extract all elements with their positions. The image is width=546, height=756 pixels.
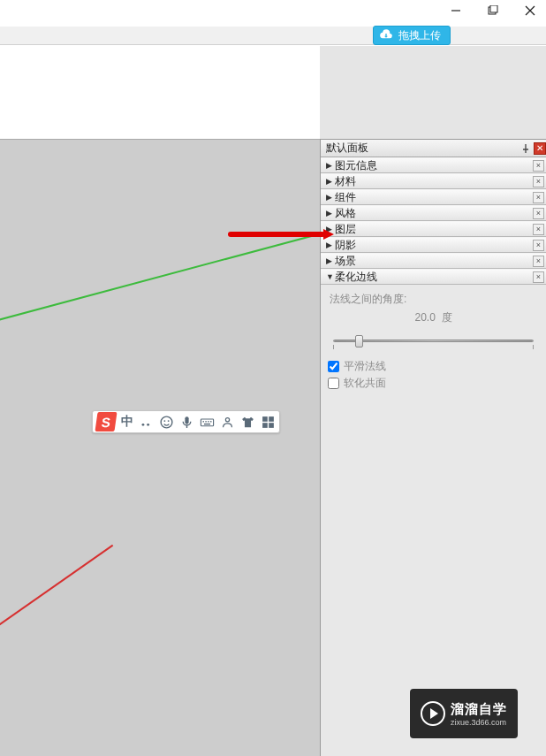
- angle-slider[interactable]: [333, 332, 534, 350]
- ime-voice-icon[interactable]: [179, 415, 194, 430]
- section-close-button[interactable]: ×: [533, 271, 544, 283]
- svg-rect-19: [262, 423, 268, 428]
- svg-point-16: [225, 417, 229, 421]
- expand-triangle-icon: ▶: [326, 193, 335, 202]
- svg-rect-20: [269, 423, 274, 428]
- expand-triangle-icon: ▶: [326, 256, 335, 265]
- svg-rect-13: [208, 421, 209, 422]
- section-label: 场景: [335, 254, 356, 269]
- viewport-blank: [0, 46, 320, 139]
- content-area: S 中 默认面板 ✕ ▶图元信息×▶材料×▶组件×▶风格×▶图层×▶阴影×▶场景…: [0, 46, 546, 756]
- section-label: 阴影: [335, 238, 356, 253]
- ime-skin-icon[interactable]: [240, 415, 255, 430]
- section-head-7[interactable]: ▼柔化边线×: [321, 269, 546, 285]
- svg-rect-14: [210, 421, 211, 422]
- axis-red-line: [0, 545, 113, 749]
- svg-rect-18: [269, 416, 274, 422]
- panel-title[interactable]: 默认面板 ✕: [321, 140, 546, 157]
- section-head-3[interactable]: ▶风格×: [321, 205, 546, 221]
- watermark-url: zixue.3d66.com: [451, 718, 506, 727]
- cloud-upload-icon: [379, 28, 393, 42]
- annotation-arrow: [228, 229, 332, 240]
- ime-keyboard-icon[interactable]: [200, 415, 215, 430]
- play-icon: [421, 701, 445, 726]
- section-close-button[interactable]: ×: [533, 160, 544, 172]
- expand-triangle-icon: ▶: [326, 161, 335, 170]
- svg-point-5: [142, 423, 145, 425]
- upload-label: 拖拽上传: [398, 28, 441, 43]
- ime-toolbar[interactable]: S 中: [92, 410, 280, 433]
- expand-triangle-icon: ▶: [326, 241, 335, 249]
- section-head-2[interactable]: ▶组件×: [321, 189, 546, 205]
- panel-title-text: 默认面板: [326, 141, 368, 156]
- maximize-button[interactable]: [482, 2, 504, 19]
- smooth-normals-checkbox[interactable]: 平滑法线: [328, 359, 537, 374]
- ime-punct-icon[interactable]: [139, 415, 154, 430]
- section-close-button[interactable]: ×: [533, 208, 544, 219]
- close-button[interactable]: [519, 2, 541, 19]
- drag-upload-button[interactable]: 拖拽上传: [373, 26, 451, 45]
- watermark-brand: 溜溜自学: [451, 701, 507, 718]
- panel-close-button[interactable]: ✕: [534, 142, 546, 155]
- svg-point-8: [168, 420, 170, 422]
- watermark-badge: 溜溜自学 zixue.3d66.com: [410, 689, 518, 738]
- svg-point-6: [161, 416, 172, 428]
- expand-triangle-icon: ▶: [326, 209, 335, 218]
- section-label: 材料: [335, 174, 356, 189]
- soften-edges-body: 法线之间的角度: 20.0 度 平滑法线 软化共面: [321, 285, 546, 403]
- svg-rect-12: [205, 421, 206, 422]
- soften-coplanar-checkbox[interactable]: 软化共面: [328, 376, 537, 391]
- svg-rect-15: [204, 423, 210, 424]
- toolbar-row: 拖拽上传: [0, 27, 546, 45]
- pin-icon[interactable]: [519, 142, 532, 155]
- svg-rect-9: [185, 416, 188, 424]
- svg-rect-10: [201, 418, 213, 425]
- section-close-button[interactable]: ×: [533, 224, 544, 235]
- axis-green-line: [0, 229, 336, 368]
- section-label: 风格: [335, 206, 356, 221]
- slider-thumb[interactable]: [355, 335, 363, 347]
- ime-emoji-icon[interactable]: [159, 415, 174, 430]
- section-label: 组件: [335, 190, 356, 205]
- section-head-4[interactable]: ▶图层×: [321, 221, 546, 237]
- minimize-button[interactable]: [445, 2, 466, 19]
- section-head-6[interactable]: ▶场景×: [321, 253, 546, 269]
- ime-toolbox-icon[interactable]: [261, 415, 276, 430]
- section-close-button[interactable]: ×: [533, 240, 544, 251]
- svg-point-7: [163, 420, 165, 422]
- section-close-button[interactable]: ×: [533, 176, 544, 187]
- angle-label: 法线之间的角度:: [330, 292, 537, 307]
- section-label: 柔化边线: [335, 270, 377, 285]
- expand-triangle-icon: ▶: [326, 177, 335, 186]
- section-head-5[interactable]: ▶阴影×: [321, 237, 546, 253]
- section-label: 图元信息: [335, 158, 377, 173]
- section-label: 图层: [335, 222, 356, 237]
- svg-rect-11: [203, 421, 204, 422]
- ime-lang-toggle[interactable]: 中: [121, 414, 133, 430]
- ime-logo-icon[interactable]: S: [95, 412, 117, 431]
- angle-value: 20.0 度: [330, 310, 537, 325]
- expand-triangle-icon: ▼: [326, 272, 335, 281]
- tray-panel: 默认面板 ✕ ▶图元信息×▶材料×▶组件×▶风格×▶图层×▶阴影×▶场景×▼柔化…: [320, 139, 546, 756]
- section-head-0[interactable]: ▶图元信息×: [321, 157, 546, 173]
- section-head-1[interactable]: ▶材料×: [321, 173, 546, 189]
- svg-rect-17: [262, 416, 268, 422]
- section-close-button[interactable]: ×: [533, 192, 544, 203]
- section-close-button[interactable]: ×: [533, 256, 544, 267]
- ime-person-icon[interactable]: [220, 415, 235, 430]
- svg-rect-2: [490, 5, 497, 12]
